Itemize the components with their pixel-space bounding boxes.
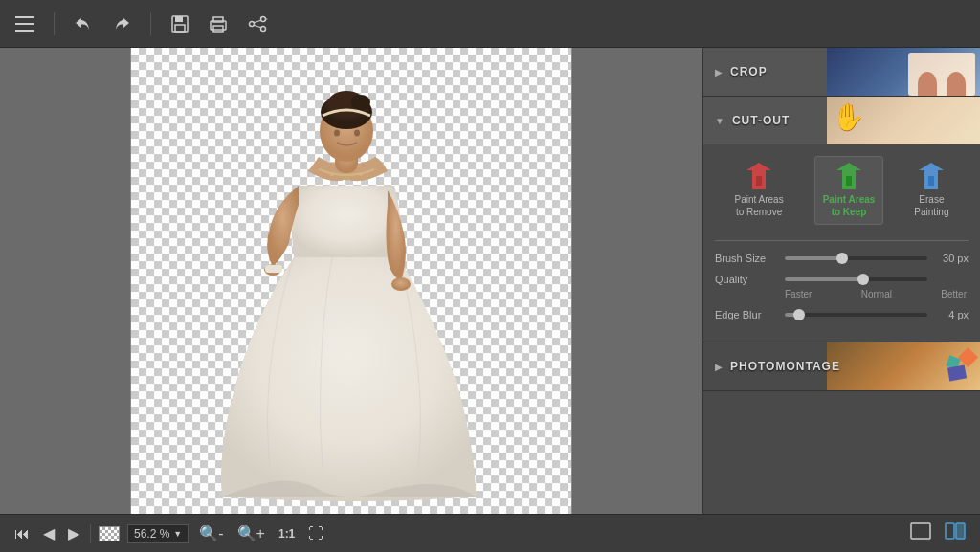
paint-keep-icon xyxy=(835,163,862,189)
next-frame-button[interactable]: ▶ xyxy=(65,521,82,545)
fit-screen-button[interactable]: ⛶ xyxy=(305,522,326,545)
edge-blur-label: Edge Blur xyxy=(715,309,777,320)
svg-rect-5 xyxy=(175,25,185,32)
erase-painting-icon xyxy=(918,163,945,189)
svg-rect-28 xyxy=(756,176,762,186)
paint-remove-icon xyxy=(746,163,772,189)
svg-rect-26 xyxy=(265,265,282,273)
paint-remove-button[interactable]: Paint Areasto Remove xyxy=(726,156,792,225)
svg-point-22 xyxy=(345,175,349,180)
crop-arrow-icon: ▶ xyxy=(715,67,723,77)
svg-point-10 xyxy=(261,16,266,21)
canvas-wrapper xyxy=(130,48,572,514)
cutout-header[interactable]: ▼ CUT-OUT ✋ xyxy=(703,97,980,144)
brush-size-track[interactable] xyxy=(785,256,927,260)
cutout-content: Paint Areasto Remove Paint Areasto Keep xyxy=(703,144,980,342)
save-button[interactable] xyxy=(167,11,193,37)
cutout-thumbnail: ✋ xyxy=(827,97,980,144)
paint-keep-button[interactable]: Paint Areasto Keep xyxy=(814,156,884,225)
quality-fill xyxy=(785,277,863,281)
erase-painting-label: ErasePainting xyxy=(914,193,948,218)
edge-blur-thumb[interactable] xyxy=(793,309,805,320)
photomontage-title: PHOTOMONTAGE xyxy=(730,360,840,373)
cutout-title: CUT-OUT xyxy=(732,114,790,127)
single-view-button[interactable] xyxy=(907,519,934,547)
svg-rect-1 xyxy=(15,23,34,25)
split-view-button[interactable] xyxy=(942,519,969,547)
brush-size-fill xyxy=(785,256,842,260)
crop-title: CROP xyxy=(730,65,768,78)
zoom-dropdown-arrow: ▼ xyxy=(173,529,182,539)
svg-rect-7 xyxy=(213,26,223,32)
tool-divider xyxy=(715,240,969,241)
canvas-image-area xyxy=(131,48,571,514)
quality-faster: Faster xyxy=(785,289,812,299)
edge-blur-row: Edge Blur 4 px xyxy=(715,309,969,320)
bottom-toolbar: ⏮ ◀ ▶ 56.2 % ▼ 🔍- 🔍+ 1:1 ⛶ xyxy=(0,514,980,552)
quality-row: Quality Faster Normal Better xyxy=(715,274,969,299)
quality-label: Quality xyxy=(715,274,777,285)
photomontage-thumbnail xyxy=(827,342,980,390)
menu-icon[interactable] xyxy=(11,12,38,35)
svg-point-11 xyxy=(261,26,266,31)
svg-point-24 xyxy=(391,277,411,291)
edge-blur-value: 4 px xyxy=(935,309,969,320)
svg-rect-4 xyxy=(175,16,183,22)
brush-size-thumb[interactable] xyxy=(836,253,848,264)
bride-image xyxy=(131,48,571,514)
quality-normal: Normal xyxy=(861,289,892,299)
canvas-size-icon xyxy=(99,526,120,541)
quality-labels: Faster Normal Better xyxy=(715,289,969,299)
erase-painting-button[interactable]: ErasePainting xyxy=(905,156,957,225)
crop-header[interactable]: ▶ CROP xyxy=(703,48,980,96)
brush-size-value: 30 px xyxy=(935,253,969,264)
sep-2 xyxy=(150,12,151,35)
quality-track[interactable] xyxy=(785,277,927,281)
first-frame-button[interactable]: ⏮ xyxy=(11,522,33,545)
zoom-in-button[interactable]: 🔍+ xyxy=(234,521,268,545)
quality-slider-row: Quality xyxy=(715,274,969,285)
svg-rect-33 xyxy=(911,523,930,539)
zoom-out-button[interactable]: 🔍- xyxy=(196,521,226,545)
zoom-value: 56.2 % xyxy=(134,527,169,541)
svg-rect-30 xyxy=(846,176,852,186)
paint-keep-label: Paint Areasto Keep xyxy=(823,193,876,218)
brush-size-row: Brush Size 30 px xyxy=(715,253,969,264)
svg-point-19 xyxy=(334,129,340,136)
share-button[interactable] xyxy=(243,11,272,36)
svg-rect-0 xyxy=(15,16,34,18)
sep-1 xyxy=(54,12,55,35)
crop-thumbnail xyxy=(827,48,980,96)
svg-point-18 xyxy=(351,95,370,110)
undo-button[interactable] xyxy=(70,11,97,36)
svg-line-13 xyxy=(254,25,260,28)
photomontage-section: ▶ PHOTOMONTAGE xyxy=(703,342,980,391)
edge-blur-track[interactable] xyxy=(785,313,927,317)
print-button[interactable] xyxy=(205,11,232,36)
right-panel: ▶ CROP ▼ CUT-OUT xyxy=(702,48,980,514)
bottom-sep-1 xyxy=(90,524,91,543)
prev-frame-button[interactable]: ◀ xyxy=(40,521,57,545)
svg-point-9 xyxy=(250,21,255,26)
tool-buttons-row: Paint Areasto Remove Paint Areasto Keep xyxy=(715,156,969,225)
zoom-100-button[interactable]: 1:1 xyxy=(276,524,298,543)
svg-rect-8 xyxy=(213,17,223,22)
cutout-arrow-icon: ▼ xyxy=(715,116,724,126)
svg-rect-34 xyxy=(946,523,954,539)
brush-size-label: Brush Size xyxy=(715,253,777,264)
svg-rect-35 xyxy=(956,523,965,539)
paint-remove-label: Paint Areasto Remove xyxy=(735,193,784,218)
svg-rect-2 xyxy=(15,30,34,32)
photomontage-header[interactable]: ▶ PHOTOMONTAGE xyxy=(703,342,980,390)
quality-thumb[interactable] xyxy=(858,274,869,285)
svg-line-12 xyxy=(254,20,260,23)
cutout-section: ▼ CUT-OUT ✋ xyxy=(703,97,980,342)
main-content: ▶ CROP ▼ CUT-OUT xyxy=(0,48,980,514)
svg-point-20 xyxy=(354,129,360,136)
top-toolbar xyxy=(0,0,980,48)
crop-section: ▶ CROP xyxy=(703,48,980,97)
canvas-area[interactable] xyxy=(0,48,702,514)
photomontage-arrow-icon: ▶ xyxy=(715,362,723,372)
zoom-control[interactable]: 56.2 % ▼ xyxy=(127,524,189,543)
redo-button[interactable] xyxy=(108,11,135,36)
